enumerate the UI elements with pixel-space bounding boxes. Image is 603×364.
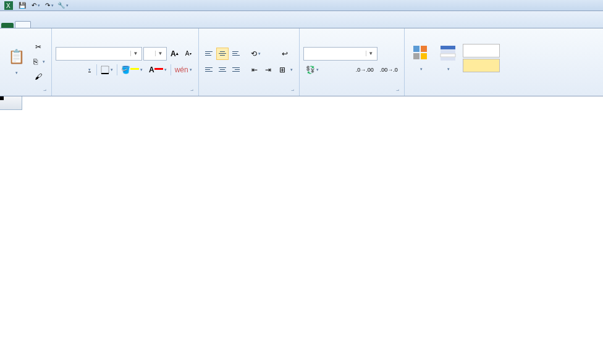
border-button[interactable] bbox=[98, 63, 116, 77]
paste-button[interactable]: 📋 bbox=[4, 31, 28, 92]
svg-rect-5 bbox=[421, 46, 427, 52]
quick-access-toolbar: X 💾 ↶ ↷ 🔧 bbox=[0, 1, 72, 11]
title-bar: X 💾 ↶ ↷ 🔧 bbox=[0, 0, 603, 11]
number-format-combo[interactable]: ▼ bbox=[303, 47, 377, 61]
phonetic-button[interactable]: wén bbox=[172, 63, 195, 77]
font-size-combo[interactable]: ▼ bbox=[143, 47, 167, 61]
brush-icon: 🖌 bbox=[35, 72, 42, 81]
wrap-text-button[interactable]: ↩ bbox=[277, 47, 295, 61]
svg-rect-6 bbox=[413, 53, 420, 59]
align-middle-button[interactable] bbox=[216, 48, 229, 60]
fill-handle[interactable] bbox=[0, 96, 4, 100]
svg-rect-8 bbox=[441, 46, 455, 49]
cut-button[interactable]: ✂ bbox=[31, 40, 48, 54]
accounting-format-button[interactable]: 💱 bbox=[303, 63, 321, 77]
ribbon: 📋 ✂ ⎘ 🖌 ▼ ▼ A▴ A▾ bbox=[0, 28, 603, 96]
svg-text:X: X bbox=[6, 2, 11, 9]
align-left-button[interactable] bbox=[203, 64, 215, 76]
tab-wps-pdf[interactable] bbox=[150, 22, 164, 28]
orientation-button[interactable]: ⟲ bbox=[248, 47, 263, 61]
cond-format-label bbox=[419, 64, 423, 72]
group-clipboard: 📋 ✂ ⎘ 🖌 bbox=[0, 28, 52, 96]
chevron-down-icon: ▼ bbox=[155, 51, 164, 56]
bold-button[interactable] bbox=[56, 63, 68, 77]
increase-decimal-button[interactable]: .0→.00 bbox=[353, 63, 376, 77]
fill-color-button[interactable]: 🪣 bbox=[119, 63, 145, 77]
qat-custom-icon[interactable]: 🔧 bbox=[57, 1, 69, 11]
cell-style-mid[interactable] bbox=[463, 59, 500, 72]
format-as-table-button[interactable] bbox=[436, 31, 460, 85]
tab-developer[interactable] bbox=[120, 22, 135, 28]
tab-formulas[interactable] bbox=[61, 22, 75, 28]
group-alignment: ⟲ ⇤ ⇥ ↩ ⊞ bbox=[199, 28, 300, 96]
tab-addins[interactable] bbox=[135, 22, 150, 28]
group-label-alignment bbox=[203, 92, 295, 95]
tab-view[interactable] bbox=[105, 22, 120, 28]
merge-icon: ⊞ bbox=[279, 66, 285, 74]
copy-button[interactable]: ⎘ bbox=[31, 55, 48, 69]
cells-area[interactable] bbox=[22, 110, 603, 364]
comma-button[interactable] bbox=[336, 63, 348, 77]
group-number: ▼ 💱 .0→.00 .00→.0 bbox=[300, 28, 405, 96]
tab-insert[interactable] bbox=[31, 22, 46, 28]
scissors-icon: ✂ bbox=[35, 43, 41, 51]
wrap-icon: ↩ bbox=[282, 49, 288, 58]
grow-font-button[interactable]: A▴ bbox=[168, 47, 181, 61]
svg-rect-2 bbox=[101, 66, 109, 74]
increase-indent-button[interactable]: ⇥ bbox=[262, 63, 274, 77]
chevron-down-icon: ▼ bbox=[130, 51, 139, 56]
paste-icon: 📋 bbox=[6, 47, 26, 67]
tab-home[interactable] bbox=[15, 21, 31, 28]
copy-icon: ⎘ bbox=[33, 57, 38, 66]
font-name-combo[interactable]: ▼ bbox=[56, 47, 142, 61]
shrink-font-button[interactable]: A▾ bbox=[182, 47, 195, 61]
save-icon[interactable]: 💾 bbox=[16, 1, 28, 11]
group-label-number bbox=[303, 92, 400, 95]
svg-rect-11 bbox=[441, 57, 455, 61]
cond-format-icon bbox=[411, 43, 431, 63]
table-format-label bbox=[446, 64, 450, 72]
align-top-button[interactable] bbox=[203, 48, 215, 60]
svg-rect-10 bbox=[441, 54, 455, 57]
column-headers[interactable] bbox=[22, 96, 603, 110]
group-styles: . bbox=[405, 28, 504, 96]
merge-center-button[interactable]: ⊞ bbox=[277, 63, 295, 77]
tab-data[interactable] bbox=[75, 22, 90, 28]
group-label-font bbox=[56, 92, 195, 95]
chevron-down-icon: ▼ bbox=[366, 51, 374, 56]
undo-icon[interactable]: ↶ bbox=[30, 1, 42, 11]
format-painter-button[interactable]: 🖌 bbox=[31, 70, 48, 83]
decrease-indent-button[interactable]: ⇤ bbox=[248, 63, 261, 77]
tab-file[interactable] bbox=[1, 23, 14, 28]
font-color-button[interactable]: A bbox=[146, 63, 169, 77]
underline-button[interactable] bbox=[83, 63, 95, 77]
conditional-format-button[interactable] bbox=[408, 31, 433, 85]
redo-icon[interactable]: ↷ bbox=[43, 1, 56, 11]
decrease-decimal-button[interactable]: .00→.0 bbox=[377, 63, 400, 77]
group-font: ▼ ▼ A▴ A▾ 🪣 A wén bbox=[52, 28, 199, 96]
excel-icon[interactable]: X bbox=[2, 1, 15, 11]
align-right-button[interactable] bbox=[230, 64, 242, 76]
svg-rect-4 bbox=[413, 46, 420, 52]
cell-style-normal[interactable] bbox=[463, 44, 500, 57]
table-format-icon bbox=[438, 43, 458, 63]
percent-button[interactable] bbox=[323, 63, 335, 77]
tab-review[interactable] bbox=[90, 22, 105, 28]
ribbon-tabs bbox=[0, 11, 603, 28]
svg-rect-7 bbox=[421, 53, 427, 59]
paste-label bbox=[14, 68, 18, 75]
italic-button[interactable] bbox=[69, 63, 82, 77]
group-label-clipboard bbox=[4, 92, 48, 95]
align-center-button[interactable] bbox=[216, 64, 229, 76]
align-bottom-button[interactable] bbox=[230, 48, 242, 60]
bucket-icon: 🪣 bbox=[121, 66, 130, 74]
svg-rect-9 bbox=[441, 50, 455, 53]
worksheet-grid[interactable] bbox=[0, 96, 603, 364]
tab-page-layout[interactable] bbox=[46, 22, 61, 28]
